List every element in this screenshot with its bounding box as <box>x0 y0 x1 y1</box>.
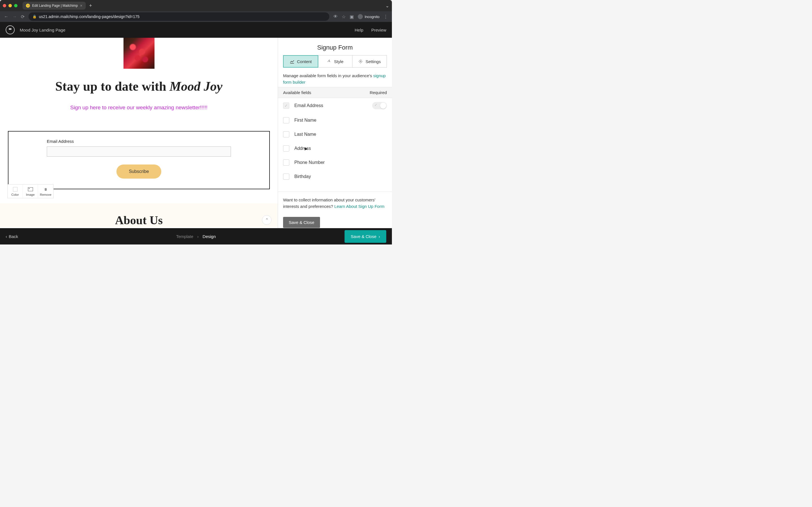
checkbox-first-name[interactable] <box>283 117 289 123</box>
headline-text: Stay up to date with <box>55 79 169 94</box>
scroll-top-button[interactable]: ⌃ <box>262 215 271 225</box>
close-tab-icon[interactable]: × <box>80 3 82 8</box>
breadcrumb-design: Design <box>203 234 216 239</box>
canvas[interactable]: Stay up to date with Mood Joy Sign up he… <box>0 38 278 228</box>
preview-link[interactable]: Preview <box>371 27 386 33</box>
subhead[interactable]: Sign up here to receive our weekly amazi… <box>0 105 278 111</box>
trash-icon: 🗑 <box>38 186 53 192</box>
svg-point-0 <box>360 61 361 62</box>
available-fields-header: Available fields <box>283 90 370 95</box>
panel-tabs: Content Style Settings <box>283 55 387 68</box>
mailchimp-logo-icon[interactable] <box>6 25 15 34</box>
maximize-window-icon[interactable] <box>14 4 17 7</box>
content-icon <box>290 59 295 64</box>
field-label-phone: Phone Number <box>294 160 325 165</box>
checkbox-address[interactable] <box>283 145 289 152</box>
field-row-phone: Phone Number <box>278 156 392 170</box>
browser-tab-bar: 🐵 Edit Landing Page | Mailchimp × + ⌄ <box>0 0 392 11</box>
incognito-icon <box>358 14 363 19</box>
back-icon[interactable]: ← <box>4 14 8 19</box>
field-row-address: Address <box>278 142 392 156</box>
headline[interactable]: Stay up to date with Mood Joy <box>0 79 278 94</box>
chevron-up-icon: ⌃ <box>265 217 269 223</box>
color-label: Color <box>11 193 18 196</box>
block-toolbar: Color Image 🗑 Remove <box>7 184 54 198</box>
learn-signup-form-link[interactable]: Learn About Sign Up Form <box>335 204 385 209</box>
page-title: Mood Joy Landing Page <box>20 27 65 33</box>
incognito-badge[interactable]: Incognito <box>358 14 379 19</box>
manage-fields-text: Manage available form fields in your aud… <box>278 68 392 87</box>
browser-tab[interactable]: 🐵 Edit Landing Page | Mailchimp × <box>22 2 86 10</box>
fields-table-header: Available fields Required <box>278 87 392 98</box>
reload-icon[interactable]: ⟳ <box>21 14 24 19</box>
email-input[interactable] <box>47 147 231 157</box>
extensions-icon[interactable]: ▣ <box>350 14 354 19</box>
field-label-birthday: Birthday <box>294 174 311 179</box>
remove-label: Remove <box>40 193 52 196</box>
signup-form-block[interactable]: Email Address Subscribe <box>8 131 270 189</box>
back-button[interactable]: ‹ Back <box>6 234 18 239</box>
image-icon <box>23 186 38 192</box>
tab-settings-label: Settings <box>365 59 380 64</box>
settings-icon <box>358 59 363 64</box>
eye-off-icon[interactable]: 👁 <box>333 14 338 19</box>
required-toggle-email <box>372 102 387 109</box>
color-tool[interactable]: Color <box>8 184 23 198</box>
panel-title: Signup Form <box>278 38 392 55</box>
minimize-window-icon[interactable] <box>8 4 12 7</box>
about-section[interactable]: About Us <box>0 203 278 227</box>
hero-image[interactable] <box>123 38 154 69</box>
back-label: Back <box>9 234 18 239</box>
breadcrumb: Template › Design <box>176 234 216 239</box>
star-icon[interactable]: ☆ <box>342 14 346 19</box>
tab-content[interactable]: Content <box>283 55 318 68</box>
field-row-birthday: Birthday <box>278 170 392 184</box>
workspace: Stay up to date with Mood Joy Sign up he… <box>0 38 392 228</box>
breadcrumb-template[interactable]: Template <box>176 234 193 239</box>
chevron-right-icon: › <box>197 234 199 239</box>
lock-icon: 🔒 <box>33 15 37 18</box>
tab-style-label: Style <box>334 59 343 64</box>
about-title: About Us <box>0 214 278 227</box>
chevron-left-icon: ‹ <box>6 234 7 239</box>
url-text: us21.admin.mailchimp.com/landing-pages/d… <box>39 14 140 19</box>
app-header: Mood Joy Landing Page Help Preview <box>0 22 392 38</box>
email-label: Email Address <box>47 139 231 144</box>
checkbox-birthday[interactable] <box>283 173 289 180</box>
tabs-dropdown-icon[interactable]: ⌄ <box>386 3 389 8</box>
headline-brand: Mood Joy <box>169 79 222 94</box>
field-label-last-name: Last Name <box>294 132 316 137</box>
forward-icon: → <box>12 14 17 19</box>
tab-settings[interactable]: Settings <box>352 55 387 67</box>
field-label-first-name: First Name <box>294 118 316 123</box>
incognito-label: Incognito <box>364 15 379 19</box>
kebab-menu-icon[interactable]: ⋮ <box>384 14 388 19</box>
panel-save-close-button[interactable]: Save & Close <box>283 217 320 228</box>
tab-style[interactable]: Style <box>318 55 352 67</box>
close-window-icon[interactable] <box>3 4 6 7</box>
field-label-address: Address <box>294 146 311 151</box>
field-label-email: Email Address <box>294 103 323 108</box>
required-header: Required <box>370 90 387 95</box>
remove-tool[interactable]: 🗑 Remove <box>38 184 53 198</box>
chevron-right-icon: › <box>378 234 380 239</box>
save-close-label: Save & Close <box>351 234 376 239</box>
window-controls <box>3 4 17 7</box>
field-row-first-name: First Name <box>278 113 392 127</box>
color-swatch-icon <box>8 186 22 192</box>
collect-info-text: Want to collect information about your c… <box>278 192 392 215</box>
new-tab-button[interactable]: + <box>89 3 92 9</box>
checkbox-last-name[interactable] <box>283 131 289 137</box>
browser-toolbar: ← → ⟳ 🔒 us21.admin.mailchimp.com/landing… <box>0 11 392 22</box>
field-row-last-name: Last Name <box>278 127 392 142</box>
address-bar[interactable]: 🔒 us21.admin.mailchimp.com/landing-pages… <box>29 12 329 21</box>
help-link[interactable]: Help <box>355 27 363 33</box>
checkbox-phone[interactable] <box>283 159 289 166</box>
checkbox-email <box>283 103 289 109</box>
footer-bar: ‹ Back Template › Design Save & Close › <box>0 228 392 244</box>
subscribe-button[interactable]: Subscribe <box>116 165 161 179</box>
style-icon <box>327 59 332 64</box>
image-label: Image <box>26 193 35 196</box>
save-close-button[interactable]: Save & Close › <box>345 230 386 243</box>
image-tool[interactable]: Image <box>23 184 38 198</box>
